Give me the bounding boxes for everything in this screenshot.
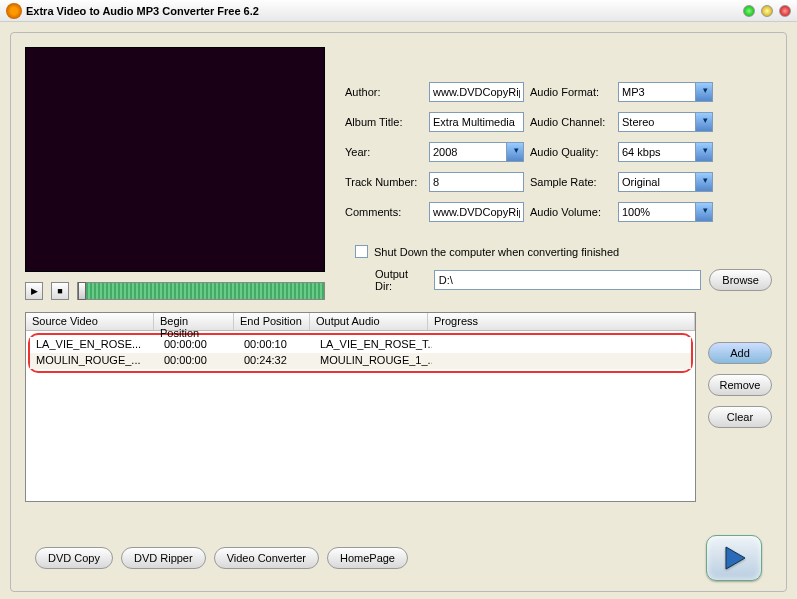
video-converter-button[interactable]: Video Converter: [214, 547, 319, 569]
format-select[interactable]: MP3: [618, 82, 713, 102]
title-bar: Extra Video to Audio MP3 Converter Free …: [0, 0, 797, 22]
list-item[interactable]: MOULIN_ROUGE_... 00:00:00 00:24:32 MOULI…: [30, 353, 691, 369]
play-icon: [720, 544, 748, 572]
channel-label: Audio Channel:: [530, 116, 612, 128]
add-button[interactable]: Add: [708, 342, 772, 364]
clear-button[interactable]: Clear: [708, 406, 772, 428]
homepage-button[interactable]: HomePage: [327, 547, 408, 569]
browse-button[interactable]: Browse: [709, 269, 772, 291]
footer: DVD Copy DVD Ripper Video Converter Home…: [35, 535, 762, 581]
col-source[interactable]: Source Video: [26, 313, 154, 330]
file-list[interactable]: Source Video Begin Position End Position…: [25, 312, 696, 502]
album-input[interactable]: [429, 112, 524, 132]
track-label: Track Number:: [345, 176, 423, 188]
shutdown-checkbox[interactable]: [355, 245, 368, 258]
col-progress[interactable]: Progress: [428, 313, 695, 330]
col-end[interactable]: End Position: [234, 313, 310, 330]
dvd-ripper-button[interactable]: DVD Ripper: [121, 547, 206, 569]
outdir-label: Output Dir:: [375, 268, 426, 292]
album-label: Album Title:: [345, 116, 423, 128]
quality-label: Audio Quality:: [530, 146, 612, 158]
remove-button[interactable]: Remove: [708, 374, 772, 396]
rate-select[interactable]: Original: [618, 172, 713, 192]
video-preview: [25, 47, 325, 272]
convert-button[interactable]: [706, 535, 762, 581]
main-panel: ▶ ■ Author: Audio Format: MP3 Album Titl…: [10, 32, 787, 592]
list-highlight: LA_VIE_EN_ROSE... 00:00:00 00:00:10 LA_V…: [28, 333, 693, 373]
seek-slider[interactable]: [77, 282, 325, 300]
format-label: Audio Format:: [530, 86, 612, 98]
channel-select[interactable]: Stereo: [618, 112, 713, 132]
close-button[interactable]: [779, 5, 791, 17]
shutdown-label: Shut Down the computer when converting f…: [374, 246, 619, 258]
list-item[interactable]: LA_VIE_EN_ROSE... 00:00:00 00:00:10 LA_V…: [30, 337, 691, 353]
rate-label: Sample Rate:: [530, 176, 612, 188]
play-button[interactable]: ▶: [25, 282, 43, 300]
comments-label: Comments:: [345, 206, 423, 218]
minimize-button[interactable]: [743, 5, 755, 17]
svg-marker-0: [726, 547, 745, 569]
comments-input[interactable]: [429, 202, 524, 222]
volume-label: Audio Volume:: [530, 206, 612, 218]
col-output[interactable]: Output Audio: [310, 313, 428, 330]
maximize-button[interactable]: [761, 5, 773, 17]
window-title: Extra Video to Audio MP3 Converter Free …: [26, 5, 737, 17]
app-icon: [6, 3, 22, 19]
year-select[interactable]: 2008: [429, 142, 524, 162]
seek-thumb[interactable]: [78, 282, 86, 300]
list-header: Source Video Begin Position End Position…: [26, 313, 695, 331]
dvd-copy-button[interactable]: DVD Copy: [35, 547, 113, 569]
stop-button[interactable]: ■: [51, 282, 69, 300]
outdir-input[interactable]: [434, 270, 702, 290]
col-begin[interactable]: Begin Position: [154, 313, 234, 330]
quality-select[interactable]: 64 kbps: [618, 142, 713, 162]
track-input[interactable]: [429, 172, 524, 192]
author-input[interactable]: [429, 82, 524, 102]
metadata-panel: Author: Audio Format: MP3 Album Title: A…: [345, 47, 772, 300]
volume-select[interactable]: 100%: [618, 202, 713, 222]
author-label: Author:: [345, 86, 423, 98]
year-label: Year:: [345, 146, 423, 158]
